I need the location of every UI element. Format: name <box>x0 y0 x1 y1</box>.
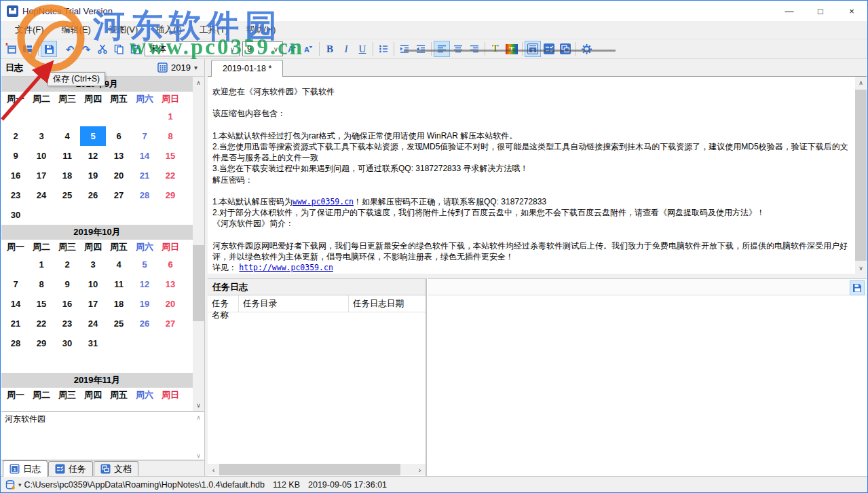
calendar-day[interactable]: 15 <box>157 146 183 166</box>
calendar-day[interactable]: 6 <box>157 255 183 274</box>
italic-button[interactable]: I <box>338 41 354 57</box>
scroll-right-arrow[interactable]: › <box>414 464 426 475</box>
cut-button[interactable] <box>94 41 111 57</box>
scroll-down-arrow[interactable]: ∨ <box>193 399 204 411</box>
calendar-day[interactable]: 17 <box>80 294 106 314</box>
task-view-button[interactable] <box>541 41 557 57</box>
calendar-day[interactable]: 3 <box>80 255 106 274</box>
underline-button[interactable]: U <box>354 41 371 57</box>
editor-text[interactable]: 欢迎您在《河东软件园》下载软件 该压缩包内容包含： 1.本站默认软件经过打包为r… <box>212 86 852 274</box>
calendar-day[interactable]: 22 <box>29 314 54 333</box>
database-icon[interactable] <box>5 479 16 490</box>
detail-save-button[interactable] <box>850 280 865 295</box>
task-log-hscrollbar[interactable]: ‹ › <box>208 464 426 475</box>
menu-tools[interactable]: 工具(T) <box>191 21 238 39</box>
shrink-font-button[interactable]: A <box>301 41 317 57</box>
inline-link[interactable]: http://www.pc0359.cn <box>239 263 333 272</box>
scrollbar-thumb[interactable] <box>193 245 204 321</box>
calendar-day[interactable]: 28 <box>132 185 157 205</box>
calendar-day[interactable]: 23 <box>54 314 80 333</box>
calendar-day[interactable]: 14 <box>3 294 29 314</box>
calendar-day[interactable]: 25 <box>54 185 80 205</box>
calendar-day[interactable]: 14 <box>132 146 157 166</box>
calendar-day[interactable]: 22 <box>157 166 183 185</box>
calendar-day[interactable]: 26 <box>80 185 106 205</box>
calendar-day[interactable]: 27 <box>106 185 132 205</box>
paste-button[interactable] <box>127 41 143 57</box>
bold-button[interactable]: B <box>322 41 338 57</box>
column-task-name[interactable]: 任务名称 <box>208 295 239 312</box>
calendar-day[interactable]: 30 <box>54 333 80 353</box>
scroll-up-arrow[interactable]: ∧ <box>193 77 204 88</box>
tab-tasks[interactable]: 任务 <box>48 461 93 476</box>
year-selector[interactable]: 2019 ▾ <box>155 61 200 74</box>
calendar-day[interactable]: 13 <box>106 146 132 166</box>
calendar-day[interactable]: 10 <box>80 274 106 294</box>
calendar-day[interactable]: 10 <box>29 146 54 166</box>
calendar-day[interactable]: 19 <box>132 294 157 314</box>
scrollbar-thumb[interactable] <box>855 90 867 261</box>
calendar-day[interactable]: 12 <box>132 274 157 294</box>
column-task-directory[interactable]: 任务目录 <box>239 295 349 312</box>
font-size-select[interactable]: 9 ∨ <box>242 41 283 56</box>
calendar-day[interactable]: 1 <box>29 255 54 274</box>
menu-insert[interactable]: 插入(I) <box>147 21 190 39</box>
copy-button[interactable] <box>111 41 127 57</box>
calendar-scrollbar[interactable]: ∧ ∨ <box>193 77 204 411</box>
calendar-day[interactable]: 11 <box>54 146 80 166</box>
calendar-day[interactable]: 18 <box>106 294 132 314</box>
menu-view[interactable]: 视图(V) <box>100 21 147 39</box>
calendar-day[interactable]: 8 <box>29 274 54 294</box>
calendar-day[interactable]: 24 <box>80 314 106 333</box>
document-view-button[interactable] <box>557 41 573 57</box>
undo-button[interactable]: ↶ <box>62 41 78 57</box>
calendar-day[interactable]: 7 <box>3 274 29 294</box>
menu-edit[interactable]: 编辑(E) <box>53 21 100 39</box>
close-button[interactable]: × <box>836 1 867 21</box>
calendar-day[interactable]: 9 <box>54 274 80 294</box>
note-preview[interactable]: 河东软件园 ∧ ∨ <box>1 411 204 461</box>
minimize-button[interactable]: — <box>774 1 805 21</box>
calendar-day[interactable]: 7 <box>132 126 157 146</box>
new-journal-button[interactable]: * <box>3 41 20 57</box>
calendar-day[interactable]: 11 <box>106 274 132 294</box>
scroll-up-arrow[interactable]: ∧ <box>855 77 867 88</box>
align-right-button[interactable] <box>466 41 483 57</box>
calendar-day[interactable]: 29 <box>29 333 54 353</box>
align-left-button[interactable] <box>434 41 450 57</box>
calendar-day[interactable]: 16 <box>3 166 29 185</box>
highlight-color-button[interactable]: T <box>504 41 520 57</box>
settings-button[interactable] <box>578 41 595 57</box>
calendar-day[interactable]: 21 <box>3 314 29 333</box>
calendar-day[interactable]: 13 <box>157 274 183 294</box>
grow-font-button[interactable]: A <box>284 41 301 57</box>
task-log-detail-panel[interactable] <box>428 278 867 476</box>
calendar-day[interactable]: 17 <box>29 166 54 185</box>
calendar-day[interactable]: 2 <box>54 255 80 274</box>
calendar-day[interactable]: 5 <box>80 126 106 146</box>
calendar-day[interactable]: 23 <box>3 185 29 205</box>
calendar-day[interactable]: 9 <box>3 146 29 166</box>
scroll-up-arrow[interactable]: ∧ <box>193 412 204 423</box>
calendar-day[interactable]: 16 <box>54 294 80 314</box>
new-panel-button[interactable] <box>20 41 36 57</box>
redo-button[interactable]: ↷ <box>78 41 94 57</box>
horizontal-splitter[interactable] <box>208 274 867 278</box>
font-family-select[interactable]: 宋体 ∨ <box>145 41 240 56</box>
journal-view-button[interactable]: 1 <box>525 41 541 57</box>
calendar-day[interactable]: 21 <box>132 166 157 185</box>
scroll-left-arrow[interactable]: ‹ <box>208 464 219 475</box>
font-color-button[interactable]: T <box>487 41 504 57</box>
calendar-day[interactable]: 20 <box>106 166 132 185</box>
bullet-list-button[interactable] <box>375 41 392 57</box>
calendar-day[interactable]: 28 <box>3 333 29 353</box>
calendar-day[interactable]: 8 <box>157 126 183 146</box>
calendar-day[interactable]: 27 <box>157 314 183 333</box>
calendar-day[interactable]: 4 <box>106 255 132 274</box>
save-button[interactable] <box>41 41 57 57</box>
indent-decrease-button[interactable] <box>413 41 429 57</box>
scroll-down-arrow[interactable]: ∨ <box>855 262 867 274</box>
calendar-day[interactable]: 3 <box>29 126 54 146</box>
indent-increase-button[interactable] <box>396 41 413 57</box>
inline-link[interactable]: www.pc0359.cn <box>293 197 354 206</box>
